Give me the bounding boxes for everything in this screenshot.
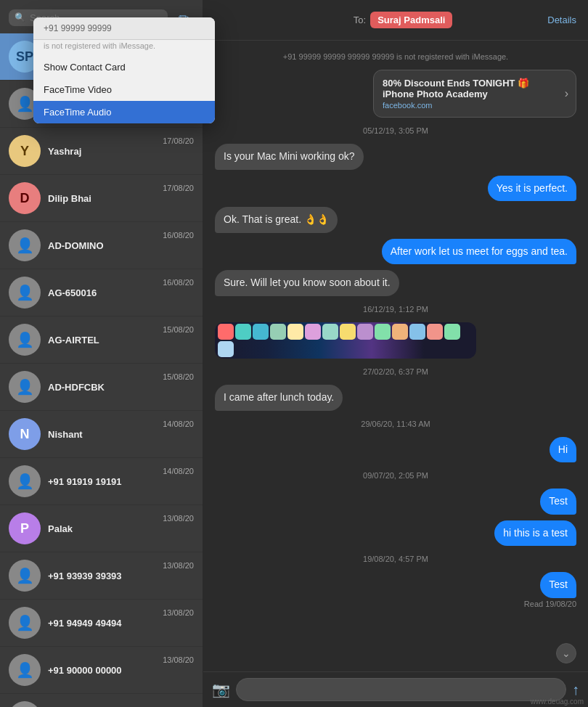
system-message: 29/06/20, 11:43 AM: [215, 420, 576, 428]
dock-icon: [218, 324, 234, 340]
contact-info: +91 91919 19191: [48, 476, 155, 487]
contact-name: +91 93939 39393: [48, 571, 155, 581]
dock-icon: [357, 324, 373, 340]
contact-date: 17/08/20: [163, 184, 194, 192]
contact-item[interactable]: 👤AG-AIRTEL15/08/20: [0, 316, 203, 364]
message-bubble: Is your Mac Mini working ok?: [215, 144, 364, 170]
contact-info: AG-650016: [48, 287, 155, 298]
contact-info: Yashraj: [48, 146, 155, 157]
screenshot-image: [215, 322, 476, 359]
contact-date: 16/08/20: [163, 231, 194, 240]
contact-item[interactable]: DDilip Bhai17/08/20: [0, 175, 203, 222]
contact-item[interactable]: 👤+91 91919 1919114/08/20: [0, 458, 203, 505]
contact-info: +91 90000 00000: [48, 665, 155, 676]
recipient-button[interactable]: Suraj Padmsali: [370, 12, 452, 28]
contact-info: AD-DOMINO: [48, 240, 155, 251]
message-row: Hi: [215, 437, 576, 463]
system-message: 16/12/19, 1:12 PM: [215, 305, 576, 314]
avatar: 👤: [9, 229, 41, 261]
contact-item[interactable]: PPalak13/08/20: [0, 505, 203, 552]
dropdown-item[interactable]: Show Contact Card: [33, 56, 215, 78]
message-bubble: Yes it is perfect.: [488, 176, 576, 202]
message-bubble: hi this is a test: [494, 520, 576, 547]
system-message: 27/02/20, 6:37 PM: [215, 367, 576, 376]
dropdown-item[interactable]: FaceTime Video: [33, 78, 215, 101]
message-row: 80% Discount Ends TONIGHT 🎁 iPhone Photo…: [215, 70, 576, 118]
contact-info: AD-HDFCBK: [48, 382, 155, 393]
contact-date: 15/08/20: [163, 372, 194, 381]
dock-icon: [444, 324, 460, 340]
link-preview-url: facebook.com: [383, 101, 556, 110]
contact-item[interactable]: 👤AD-HDFCBK15/08/20: [0, 364, 203, 411]
avatar: 👤: [9, 701, 41, 707]
contact-name: Dilip Bhai: [48, 193, 155, 204]
message-bubble: Ok. That is great. 👌👌: [215, 207, 338, 233]
contact-date: 14/08/20: [163, 467, 194, 475]
contact-name: AG-AIRTEL: [48, 335, 155, 346]
message-row: I came after lunch today.: [215, 385, 576, 411]
message-input[interactable]: [236, 678, 566, 701]
contact-info: +91 94949 49494: [48, 618, 155, 629]
message-bubble: After work let us meet for eggs and tea.: [382, 239, 576, 265]
contact-item[interactable]: 👤AD-DOMINO16/08/20: [0, 222, 203, 269]
message-bubble: I came after lunch today.: [215, 385, 343, 411]
chat-messages: +91 99999 99999 99999 99999 is not regis…: [203, 41, 588, 671]
avatar: D: [9, 182, 41, 214]
link-preview[interactable]: 80% Discount Ends TONIGHT 🎁 iPhone Photo…: [373, 70, 576, 118]
message-row: Ok. That is great. 👌👌: [215, 207, 576, 233]
message-bubble: Test: [540, 489, 576, 515]
dock-icon: [340, 324, 356, 340]
contact-item[interactable]: YYashraj17/08/20: [0, 128, 203, 175]
contact-name: +91 94949 49494: [48, 618, 155, 629]
dock-icon: [218, 341, 234, 357]
dock-icon: [322, 324, 338, 340]
avatar: 👤: [9, 654, 41, 686]
contact-info: Dilip Bhai: [48, 193, 155, 204]
avatar: P: [9, 512, 41, 544]
message-row: Is your Mac Mini working ok?: [215, 144, 576, 170]
contact-item[interactable]: 👤AG-65001616/08/20: [0, 269, 203, 316]
contact-dropdown: +91 99999 99999 is not registered with i…: [33, 17, 215, 123]
avatar: 👤: [9, 277, 41, 308]
contact-item[interactable]: 👤+91 80000 00000: [0, 694, 203, 707]
contact-info: +91 93939 39393: [48, 571, 155, 581]
contact-name: Nishant: [48, 429, 155, 440]
dock-icon: [427, 324, 443, 340]
send-button[interactable]: ↑: [572, 682, 579, 698]
message-bubble: Hi: [550, 437, 576, 463]
contact-date: 17/08/20: [163, 136, 194, 145]
message-row: hi this is a test: [215, 520, 576, 547]
contact-name: Palak: [48, 523, 155, 534]
contact-name: +91 90000 00000: [48, 665, 155, 676]
contact-date: 13/08/20: [163, 608, 194, 617]
dock-icon: [235, 324, 251, 340]
system-message: 09/07/20, 2:05 PM: [215, 471, 576, 480]
contact-name: Yashraj: [48, 146, 155, 157]
scroll-down-button[interactable]: ⌄: [556, 643, 576, 663]
contact-date: 13/08/20: [163, 514, 194, 523]
contact-item[interactable]: 👤+91 90000 0000013/08/20: [0, 647, 203, 694]
dropdown-header: +91 99999 99999: [33, 17, 215, 40]
dock-icon: [253, 324, 269, 340]
dock-icon: [287, 324, 303, 340]
avatar: 👤: [9, 465, 41, 497]
system-message: 05/12/19, 3:05 PM: [215, 126, 576, 135]
contact-item[interactable]: NNishant14/08/20: [0, 411, 203, 458]
message-bubble: Test: [540, 572, 576, 598]
contact-item[interactable]: 👤+91 94949 4949413/08/20: [0, 600, 203, 647]
search-icon: 🔍: [15, 12, 25, 23]
read-receipt: Read 19/08/20: [524, 600, 576, 608]
avatar: N: [9, 418, 41, 450]
chat-header: To: Suraj Padmsali Details: [203, 0, 588, 41]
contact-date: 13/08/20: [163, 655, 194, 664]
contact-info: Nishant: [48, 429, 155, 440]
contact-date: 16/08/20: [163, 278, 194, 287]
contact-list: SPSuraj PadmsaliTest19/08/20👤+91 99999 9…: [0, 33, 203, 707]
contact-info: Palak: [48, 523, 155, 534]
details-button[interactable]: Details: [547, 15, 576, 25]
contact-name: AG-650016: [48, 287, 155, 298]
contact-item[interactable]: 👤+91 93939 3939313/08/20: [0, 552, 203, 600]
camera-button[interactable]: 📷: [212, 681, 230, 698]
message-row: [215, 322, 576, 359]
dropdown-item[interactable]: FaceTime Audio: [33, 101, 215, 123]
